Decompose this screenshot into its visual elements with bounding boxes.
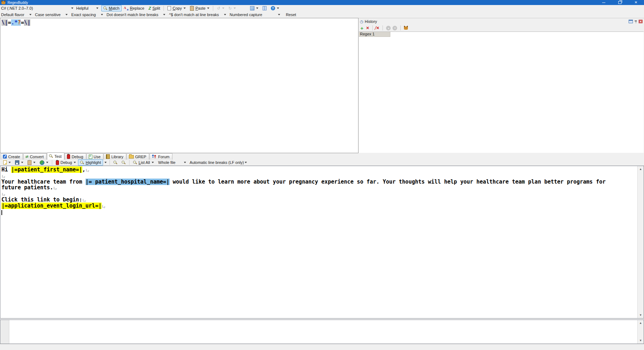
- dot-mode-combo[interactable]: Dot doesn't match line breaks: [107, 12, 166, 18]
- copy-button[interactable]: Copy: [165, 5, 188, 11]
- line-break-marker: LF: [86, 169, 89, 173]
- scroll-up-icon[interactable]: ▲: [638, 320, 644, 326]
- separator: [164, 6, 164, 11]
- tab-debug[interactable]: Debug: [65, 153, 86, 160]
- test-text-segment: Click this link to begin:: [1, 196, 82, 203]
- details-gutter: [0, 320, 9, 344]
- close-button[interactable]: ✕: [628, 0, 644, 5]
- add-regex-button[interactable]: ＋: [360, 26, 364, 30]
- zoom-in-button[interactable]: [111, 159, 119, 166]
- maximize-button[interactable]: [612, 0, 628, 5]
- tab-test[interactable]: Test: [47, 152, 64, 160]
- flavor-preset-combo[interactable]: Default flavor: [1, 12, 31, 18]
- pin-icon[interactable]: [634, 20, 637, 23]
- tab-grep[interactable]: GREP: [127, 153, 149, 160]
- regex-token: \|: [24, 19, 30, 26]
- history-panel: ◷ History ✕ ＋ ✕ ✕ ▲ ▼ Regex 1: [358, 18, 644, 153]
- highlight-label: Highlight: [86, 160, 101, 165]
- zoom-out-button[interactable]: [119, 159, 128, 166]
- chevron-down-icon: [207, 8, 209, 9]
- chevron-down-icon: [152, 162, 154, 163]
- library-icon: [106, 154, 110, 159]
- replace-button[interactable]: Replace: [122, 5, 146, 11]
- paste-test-button[interactable]: [25, 159, 38, 166]
- chevron-down-icon: [29, 14, 31, 15]
- chevron-down-icon: [256, 8, 258, 9]
- undo-button[interactable]: ↺: [215, 5, 226, 11]
- chevron-down-icon: [74, 162, 76, 163]
- case-sensitivity-value: Case sensitive: [35, 13, 61, 17]
- chevron-down-icon: [224, 14, 226, 15]
- spacing-combo[interactable]: Exact spacing: [71, 12, 103, 18]
- minimize-button[interactable]: [596, 0, 612, 5]
- list-all-button[interactable]: List All: [131, 159, 156, 166]
- match-button[interactable]: Match: [101, 5, 122, 11]
- regex-token: \|: [1, 19, 8, 26]
- test-text-segment: Hi: [1, 166, 11, 173]
- test-scrollbar[interactable]: ▲ ▼: [637, 166, 644, 318]
- save-test-file-button[interactable]: [13, 159, 25, 166]
- new-document-icon: [3, 160, 7, 165]
- capture-mode-combo[interactable]: Numbered capture: [230, 12, 280, 18]
- tab-grep-label: GREP: [135, 155, 146, 159]
- move-down-button[interactable]: ▼: [392, 26, 397, 30]
- line-break-marker: LF: [54, 186, 57, 191]
- delete-all-button[interactable]: ✕: [376, 26, 379, 30]
- tab-library-label: Library: [111, 155, 123, 159]
- float-panel-icon[interactable]: [629, 20, 633, 23]
- helpful-combo[interactable]: Helpful: [76, 5, 98, 11]
- tab-test-label: Test: [54, 154, 62, 159]
- redo-button[interactable]: ↻: [226, 5, 238, 11]
- chevron-down-icon: [71, 8, 73, 9]
- tab-library[interactable]: Library: [104, 153, 126, 160]
- separator: [109, 160, 110, 165]
- tab-create[interactable]: Create: [1, 153, 23, 160]
- case-sensitivity-combo[interactable]: Case sensitive: [35, 12, 68, 18]
- move-up-button[interactable]: ▲: [386, 26, 391, 30]
- paste-button[interactable]: Paste: [188, 5, 211, 11]
- scroll-up-icon[interactable]: ▲: [638, 166, 644, 172]
- layout-grid-icon: [250, 6, 254, 10]
- test-subject-area[interactable]: Hi |=patient_first_name=|,LFLFYour healt…: [0, 166, 644, 319]
- tab-convert[interactable]: ⇄ Convert: [23, 153, 47, 160]
- history-item[interactable]: Regex 1: [359, 32, 390, 37]
- dot-mode-value: Dot doesn't match line breaks: [107, 13, 158, 17]
- chevron-down-icon: [163, 14, 165, 15]
- match-details-panel[interactable]: ▲ ▼: [0, 320, 644, 344]
- highlight-button[interactable]: Highlight: [78, 159, 103, 166]
- line-breaks-combo[interactable]: Automatic line breaks (LF only): [190, 160, 247, 165]
- separator: [382, 25, 383, 30]
- tab-forum[interactable]: Forum: [150, 153, 172, 160]
- regex-editor[interactable]: \|=.*?=\|: [0, 18, 358, 153]
- copy-icon: [167, 6, 171, 10]
- regex-flavor-combo[interactable]: C# (.NET 2.0–7.0): [1, 5, 73, 11]
- anchor-mode-combo[interactable]: ^$ don't match at line breaks: [169, 12, 226, 18]
- reset-button[interactable]: Reset: [284, 11, 298, 18]
- history-list: Regex 1: [359, 31, 644, 153]
- restore-icon: [618, 1, 621, 4]
- replace-icon: [124, 6, 128, 10]
- details-scrollbar[interactable]: ▲ ▼: [637, 320, 644, 344]
- globe-icon: [40, 160, 44, 165]
- match-highlight: |=application_event_login_url=|: [1, 203, 102, 209]
- open-url-button[interactable]: [38, 159, 50, 166]
- test-line: Hi |=patient_first_name=|,LF: [1, 167, 624, 173]
- minimize-icon: [602, 3, 605, 3]
- scroll-down-icon[interactable]: ▼: [638, 312, 644, 318]
- help-button[interactable]: ?: [269, 5, 281, 11]
- spacing-value: Exact spacing: [71, 13, 96, 17]
- tab-use[interactable]: Use: [87, 153, 104, 160]
- highlight-menu-button[interactable]: [103, 159, 108, 166]
- debug-button[interactable]: Debug: [54, 159, 78, 166]
- layout-button[interactable]: [248, 5, 260, 11]
- split-button[interactable]: Z Split: [146, 5, 162, 11]
- scroll-down-icon[interactable]: ▼: [638, 337, 644, 344]
- chevron-down-icon: [46, 162, 48, 163]
- delete-regex-button[interactable]: ✕: [366, 26, 369, 30]
- test-line: Your healthcare team from |= patient_hos…: [1, 179, 624, 191]
- line-break-marker: LF: [102, 205, 106, 209]
- panes-button[interactable]: [260, 5, 269, 11]
- scope-combo[interactable]: Whole file: [158, 160, 186, 165]
- close-panel-button[interactable]: ✕: [639, 20, 643, 23]
- new-test-file-button[interactable]: [1, 159, 13, 166]
